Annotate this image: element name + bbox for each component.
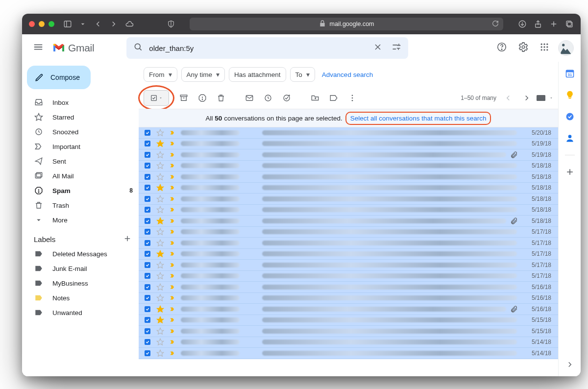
star-icon[interactable]: [156, 129, 165, 137]
star-icon[interactable]: [156, 338, 165, 346]
row-checkbox[interactable]: [144, 195, 152, 203]
star-icon[interactable]: [156, 195, 165, 203]
main-menu-icon[interactable]: [30, 39, 47, 57]
label-item-deleted-messages[interactable]: Deleted Messages: [22, 246, 139, 261]
row-checkbox[interactable]: [144, 173, 152, 181]
row-checkbox[interactable]: [144, 349, 152, 357]
star-icon[interactable]: [156, 349, 165, 357]
get-addons-icon[interactable]: [565, 167, 575, 177]
add-label-icon[interactable]: [123, 234, 132, 244]
row-checkbox[interactable]: [144, 272, 152, 280]
select-all-checkbox[interactable]: [144, 90, 169, 106]
snooze-button[interactable]: [259, 89, 277, 107]
label-item-notes[interactable]: Notes: [22, 291, 139, 305]
tasks-app-icon[interactable]: [565, 112, 575, 122]
sidebar-item-spam[interactable]: Spam8: [22, 183, 139, 198]
contacts-app-icon[interactable]: [565, 133, 575, 143]
importance-icon[interactable]: [169, 229, 176, 235]
star-icon[interactable]: [156, 140, 165, 147]
hide-side-panel-icon[interactable]: [565, 360, 575, 369]
email-row[interactable]: 5/16/18: [139, 293, 558, 304]
email-row[interactable]: 5/16/18: [139, 304, 558, 315]
email-row[interactable]: 5/18/18: [139, 194, 558, 205]
importance-icon[interactable]: [169, 174, 176, 180]
advanced-search-link[interactable]: Advanced search: [322, 71, 373, 78]
row-checkbox[interactable]: [144, 250, 152, 258]
row-checkbox[interactable]: [144, 305, 152, 313]
compose-button[interactable]: Compose: [27, 66, 91, 89]
email-row[interactable]: 5/18/18: [139, 205, 558, 216]
report-spam-button[interactable]: [194, 89, 211, 107]
importance-icon[interactable]: [169, 207, 176, 213]
star-icon[interactable]: [156, 250, 165, 258]
settings-icon[interactable]: [516, 40, 531, 56]
row-checkbox[interactable]: [144, 294, 152, 302]
search-options-icon[interactable]: [389, 39, 404, 57]
search-icon[interactable]: [130, 39, 146, 57]
row-checkbox[interactable]: [144, 162, 152, 170]
account-avatar[interactable]: [558, 40, 574, 56]
add-to-tasks-button[interactable]: [278, 89, 295, 107]
importance-icon[interactable]: [169, 240, 176, 246]
mark-unread-button[interactable]: [241, 89, 258, 107]
row-checkbox[interactable]: [144, 228, 152, 236]
email-row[interactable]: 5/17/18: [139, 271, 558, 282]
archive-button[interactable]: [175, 89, 193, 107]
email-row[interactable]: 5/17/18: [139, 249, 558, 260]
star-icon[interactable]: [156, 228, 165, 236]
importance-icon[interactable]: [169, 306, 176, 312]
star-icon[interactable]: [156, 327, 165, 335]
calendar-app-icon[interactable]: 31: [565, 69, 575, 78]
email-row[interactable]: 5/19/18: [139, 139, 558, 150]
row-checkbox[interactable]: [144, 206, 152, 214]
sidebar-item-more[interactable]: More: [22, 213, 139, 227]
keep-app-icon[interactable]: [565, 90, 575, 100]
star-icon[interactable]: [156, 283, 165, 291]
star-icon[interactable]: [156, 239, 165, 247]
row-checkbox[interactable]: [144, 151, 152, 159]
star-icon[interactable]: [156, 305, 165, 313]
select-all-matching-link[interactable]: Select all conversations that match this…: [350, 115, 487, 122]
email-row[interactable]: 5/18/18: [139, 183, 558, 194]
row-checkbox[interactable]: [144, 239, 152, 247]
clear-search-icon[interactable]: [370, 39, 386, 57]
filter-to-chip[interactable]: To▾: [290, 67, 315, 82]
sidebar-item-important[interactable]: Important: [22, 139, 139, 154]
star-icon[interactable]: [156, 151, 165, 159]
downloads-icon[interactable]: [518, 20, 527, 28]
row-checkbox[interactable]: [144, 184, 152, 192]
sidebar-item-all-mail[interactable]: All Mail: [22, 169, 139, 183]
filter-from-chip[interactable]: From▾: [144, 67, 177, 82]
star-icon[interactable]: [156, 217, 165, 225]
new-tab-icon[interactable]: [549, 20, 558, 28]
row-checkbox[interactable]: [144, 129, 152, 137]
reload-icon[interactable]: [491, 20, 499, 29]
importance-icon[interactable]: [169, 185, 176, 191]
email-row[interactable]: 5/18/18: [139, 161, 558, 172]
star-icon[interactable]: [156, 162, 165, 170]
sidebar-toggle-icon[interactable]: [63, 20, 72, 28]
row-checkbox[interactable]: [144, 316, 152, 324]
search-input[interactable]: [149, 44, 367, 52]
label-item-mybusiness[interactable]: MyBusiness: [22, 276, 139, 291]
row-checkbox[interactable]: [144, 283, 152, 291]
row-checkbox[interactable]: [144, 327, 152, 335]
email-row[interactable]: 5/20/18: [139, 127, 558, 139]
email-row[interactable]: 5/17/18: [139, 227, 558, 238]
importance-icon[interactable]: [169, 339, 176, 345]
search-bar[interactable]: [126, 37, 408, 59]
star-icon[interactable]: [156, 206, 165, 214]
importance-icon[interactable]: [169, 284, 176, 290]
chevron-down-icon[interactable]: [79, 20, 87, 28]
importance-icon[interactable]: [169, 328, 176, 334]
row-checkbox[interactable]: [144, 261, 152, 269]
importance-icon[interactable]: [169, 295, 176, 301]
email-row[interactable]: 5/15/18: [139, 315, 558, 326]
labels-button[interactable]: [325, 89, 343, 107]
importance-icon[interactable]: [169, 141, 176, 146]
star-icon[interactable]: [156, 261, 165, 269]
email-row[interactable]: 5/14/18: [139, 348, 558, 359]
star-icon[interactable]: [156, 316, 165, 324]
forward-icon[interactable]: [109, 20, 118, 28]
label-item-junk-e-mail[interactable]: Junk E-mail: [22, 261, 139, 276]
